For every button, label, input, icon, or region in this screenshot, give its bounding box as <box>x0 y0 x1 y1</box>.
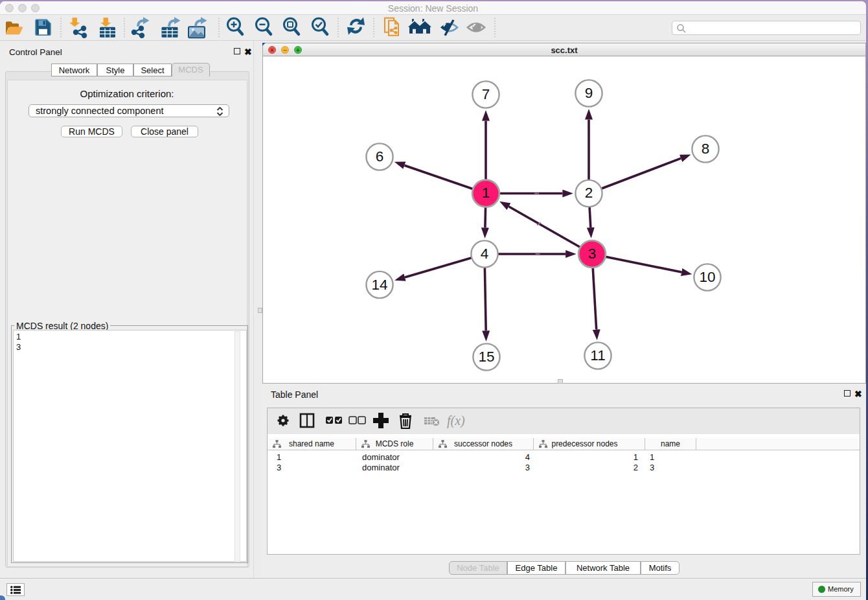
svg-text:6: 6 <box>376 148 384 165</box>
svg-text:1: 1 <box>482 185 490 201</box>
svg-text:8: 8 <box>702 141 710 157</box>
svg-text:7: 7 <box>482 86 490 102</box>
svg-text:14: 14 <box>371 277 387 293</box>
svg-text:4: 4 <box>481 246 489 262</box>
svg-text:10: 10 <box>699 269 715 285</box>
svg-text:f(x): f(x) <box>447 413 465 428</box>
svg-text:15: 15 <box>478 349 494 365</box>
svg-text:9: 9 <box>585 85 593 101</box>
svg-text:11: 11 <box>590 347 605 363</box>
svg-text:3: 3 <box>588 246 597 262</box>
svg-text:2: 2 <box>585 185 593 201</box>
